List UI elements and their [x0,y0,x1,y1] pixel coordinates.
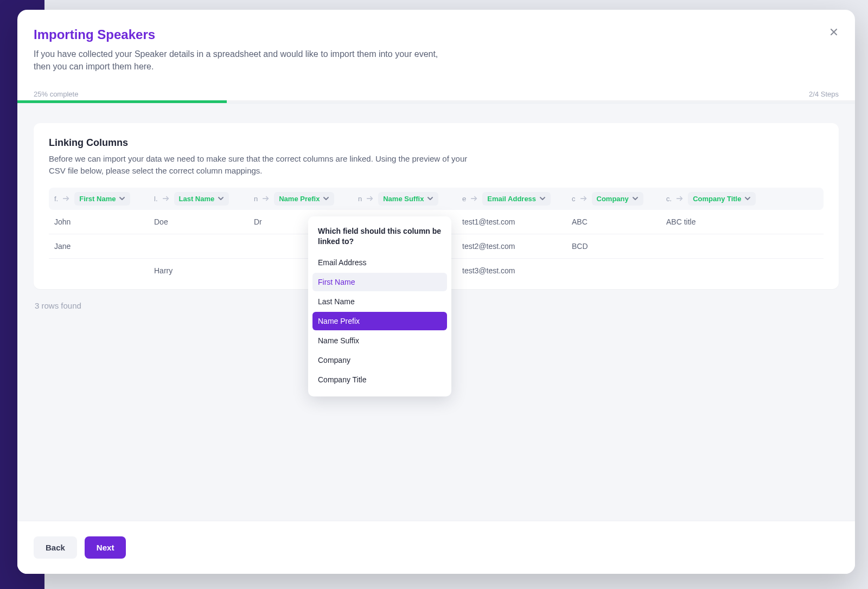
column-mapped-label: Email Address [487,195,536,203]
progress-percent-label: 25% complete [34,90,78,98]
column-header: cCompany [572,192,666,206]
table-cell: Doe [154,217,254,226]
table-cell: ABC [572,217,666,226]
table-cell: Jane [54,242,154,251]
column-mapping-pill[interactable]: First Name [74,192,130,206]
next-button[interactable]: Next [85,536,126,559]
linking-subtitle: Before we can import your data we need t… [49,153,472,177]
table-cell: test1@test.com [462,217,572,226]
column-mapping-pill[interactable]: Name Prefix [274,192,334,206]
column-header: c.Company Title [666,192,767,206]
column-short-label: f. [54,195,58,203]
column-header: f.First Name [54,192,154,206]
page-title: Importing Speakers [17,27,855,42]
table-cell: test2@test.com [462,242,572,251]
import-modal: Importing Speakers If you have collected… [17,10,855,574]
column-mapped-label: Last Name [179,195,215,203]
table-cell: BCD [572,242,666,251]
table-cell: test3@test.com [462,266,572,275]
linking-title: Linking Columns [49,137,824,149]
column-mapping-pill[interactable]: Company Title [688,192,756,206]
column-header: l.Last Name [154,192,254,206]
dropdown-title: Which field should this column be linked… [312,226,447,252]
back-button[interactable]: Back [34,536,77,559]
column-short-label: n [254,195,258,203]
column-mapped-label: First Name [79,195,116,203]
modal-body: Linking Columns Before we can import you… [17,103,855,521]
dropdown-option[interactable]: Last Name [312,292,447,311]
column-mapping-pill[interactable]: Company [592,192,643,206]
chevron-down-icon [427,195,433,202]
chevron-down-icon [323,195,329,202]
progress-steps-label: 2/4 Steps [809,90,839,98]
column-header: nName Prefix [254,192,358,206]
modal-footer: Back Next [17,521,855,574]
modal-header: Importing Speakers If you have collected… [17,10,855,103]
progress-row: 25% complete 2/4 Steps [17,73,855,100]
dropdown-option[interactable]: Email Address [312,253,447,272]
table-cell: Harry [154,266,254,275]
column-short-label: n [358,195,362,203]
dropdown-option[interactable]: Name Suffix [312,331,447,350]
arrow-right-icon [580,195,588,202]
page-subtitle: If you have collected your Speaker detai… [17,42,462,73]
arrow-right-icon [62,195,70,202]
column-mapping-pill[interactable]: Name Suffix [378,192,438,206]
dropdown-option[interactable]: Name Prefix [312,312,447,330]
table-cell [666,242,767,251]
chevron-down-icon [539,195,546,202]
column-short-label: l. [154,195,158,203]
column-mapping-dropdown: Which field should this column be linked… [308,216,451,396]
arrow-right-icon [366,195,374,202]
chevron-down-icon [119,195,125,202]
chevron-down-icon [744,195,751,202]
dropdown-option[interactable]: Company Title [312,370,447,389]
column-header: eEmail Address [462,192,572,206]
column-mapping-pill[interactable]: Email Address [482,192,551,206]
dropdown-option[interactable]: Company [312,351,447,369]
table-cell: ABC title [666,217,767,226]
column-header: nName Suffix [358,192,462,206]
arrow-right-icon [162,195,170,202]
column-header-row: f.First Namel.Last NamenName PrefixnName… [49,188,824,210]
close-button[interactable] [827,25,841,39]
column-mapping-pill[interactable]: Last Name [174,192,229,206]
table-cell [572,266,666,275]
chevron-down-icon [632,195,639,202]
arrow-right-icon [262,195,270,202]
column-mapped-label: Company Title [693,195,741,203]
table-cell [154,242,254,251]
table-cell [54,266,154,275]
column-short-label: c [572,195,576,203]
close-icon [829,28,838,36]
column-short-label: c. [666,195,672,203]
table-cell [666,266,767,275]
chevron-down-icon [218,195,224,202]
column-mapped-label: Name Prefix [279,195,320,203]
arrow-right-icon [470,195,478,202]
column-mapped-label: Company [597,195,629,203]
column-mapped-label: Name Suffix [383,195,424,203]
table-cell: John [54,217,154,226]
arrow-right-icon [676,195,684,202]
column-short-label: e [462,195,466,203]
dropdown-option[interactable]: First Name [312,273,447,291]
